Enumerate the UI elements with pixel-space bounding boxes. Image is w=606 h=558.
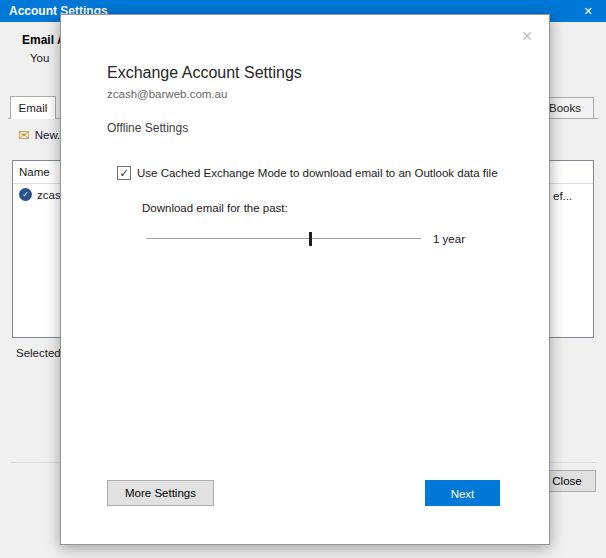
- account-row-type[interactable]: ef...: [553, 190, 572, 202]
- cached-mode-checkbox[interactable]: ✓: [117, 166, 131, 180]
- dialog-title: Exchange Account Settings: [107, 64, 302, 82]
- download-slider-label: Download email for the past:: [142, 202, 288, 214]
- offline-settings-heading: Offline Settings: [107, 121, 188, 135]
- next-button[interactable]: Next: [425, 480, 500, 506]
- exchange-account-icon: ✓: [19, 188, 32, 201]
- selected-account-note: Selected: [16, 347, 61, 359]
- download-slider-value: 1 year: [433, 233, 465, 245]
- account-row-name[interactable]: zcas: [37, 189, 61, 201]
- screen: Account Settings ✕ Email A You Email Boo…: [0, 0, 606, 558]
- window-close-button[interactable]: ✕: [570, 0, 606, 22]
- email-accounts-description: You: [30, 52, 49, 64]
- slider-thumb[interactable]: [309, 232, 312, 246]
- dialog-close-icon[interactable]: ✕: [521, 29, 533, 43]
- cached-mode-checkbox-label[interactable]: Use Cached Exchange Mode to download ema…: [137, 167, 498, 179]
- dialog-account-email: zcash@barweb.com.au: [107, 88, 227, 100]
- download-period-slider[interactable]: [146, 231, 421, 247]
- tab-email[interactable]: Email: [10, 96, 56, 119]
- exchange-account-settings-dialog: ✕ Exchange Account Settings zcash@barweb…: [60, 14, 550, 545]
- new-envelope-icon: ✉: [18, 128, 30, 142]
- slider-track[interactable]: [146, 238, 421, 239]
- more-settings-button[interactable]: More Settings: [107, 480, 214, 506]
- name-column-header[interactable]: Name: [19, 166, 50, 178]
